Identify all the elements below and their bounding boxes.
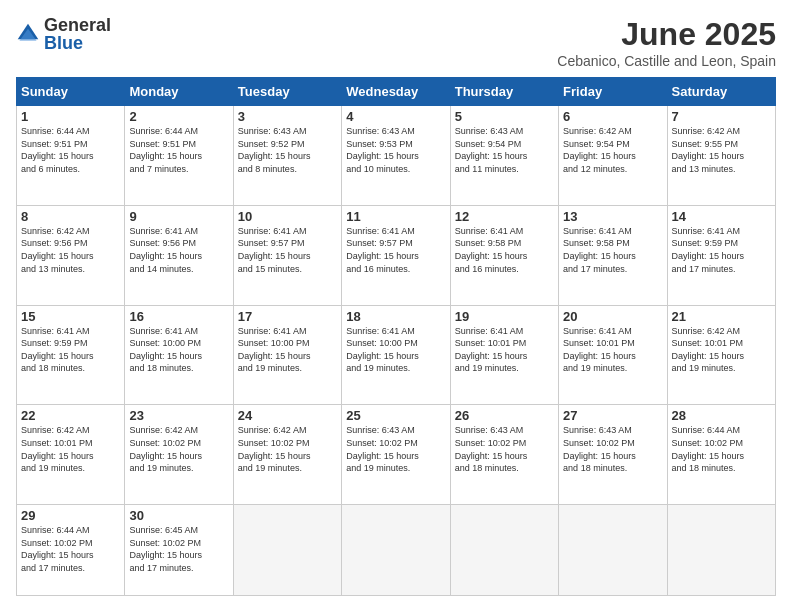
day-number: 9 xyxy=(129,209,228,224)
day-number: 7 xyxy=(672,109,771,124)
month-title: June 2025 xyxy=(557,16,776,53)
calendar-cell: 10Sunrise: 6:41 AM Sunset: 9:57 PM Dayli… xyxy=(233,205,341,305)
weekday-header-row: SundayMondayTuesdayWednesdayThursdayFrid… xyxy=(17,78,776,106)
week-row-4: 22Sunrise: 6:42 AM Sunset: 10:01 PM Dayl… xyxy=(17,405,776,505)
location: Cebanico, Castille and Leon, Spain xyxy=(557,53,776,69)
calendar-cell: 24Sunrise: 6:42 AM Sunset: 10:02 PM Dayl… xyxy=(233,405,341,505)
day-number: 30 xyxy=(129,508,228,523)
day-number: 14 xyxy=(672,209,771,224)
day-info: Sunrise: 6:41 AM Sunset: 10:00 PM Daylig… xyxy=(129,325,228,375)
title-block: June 2025 Cebanico, Castille and Leon, S… xyxy=(557,16,776,69)
day-info: Sunrise: 6:44 AM Sunset: 9:51 PM Dayligh… xyxy=(129,125,228,175)
calendar-cell: 28Sunrise: 6:44 AM Sunset: 10:02 PM Dayl… xyxy=(667,405,775,505)
calendar-cell: 2Sunrise: 6:44 AM Sunset: 9:51 PM Daylig… xyxy=(125,106,233,206)
day-number: 24 xyxy=(238,408,337,423)
week-row-3: 15Sunrise: 6:41 AM Sunset: 9:59 PM Dayli… xyxy=(17,305,776,405)
day-info: Sunrise: 6:42 AM Sunset: 10:01 PM Daylig… xyxy=(21,424,120,474)
calendar-cell: 26Sunrise: 6:43 AM Sunset: 10:02 PM Dayl… xyxy=(450,405,558,505)
calendar-cell: 7Sunrise: 6:42 AM Sunset: 9:55 PM Daylig… xyxy=(667,106,775,206)
day-number: 16 xyxy=(129,309,228,324)
calendar-cell: 17Sunrise: 6:41 AM Sunset: 10:00 PM Dayl… xyxy=(233,305,341,405)
logo-general: General xyxy=(44,16,111,34)
day-number: 11 xyxy=(346,209,445,224)
day-info: Sunrise: 6:43 AM Sunset: 9:53 PM Dayligh… xyxy=(346,125,445,175)
day-number: 28 xyxy=(672,408,771,423)
calendar-cell: 20Sunrise: 6:41 AM Sunset: 10:01 PM Dayl… xyxy=(559,305,667,405)
calendar-table: SundayMondayTuesdayWednesdayThursdayFrid… xyxy=(16,77,776,596)
week-row-5: 29Sunrise: 6:44 AM Sunset: 10:02 PM Dayl… xyxy=(17,505,776,596)
day-number: 25 xyxy=(346,408,445,423)
day-number: 13 xyxy=(563,209,662,224)
weekday-header-monday: Monday xyxy=(125,78,233,106)
day-info: Sunrise: 6:44 AM Sunset: 10:02 PM Daylig… xyxy=(21,524,120,574)
day-number: 22 xyxy=(21,408,120,423)
calendar-cell: 19Sunrise: 6:41 AM Sunset: 10:01 PM Dayl… xyxy=(450,305,558,405)
day-number: 1 xyxy=(21,109,120,124)
calendar-cell: 25Sunrise: 6:43 AM Sunset: 10:02 PM Dayl… xyxy=(342,405,450,505)
calendar-cell xyxy=(559,505,667,596)
calendar-cell: 21Sunrise: 6:42 AM Sunset: 10:01 PM Dayl… xyxy=(667,305,775,405)
page: General Blue June 2025 Cebanico, Castill… xyxy=(0,0,792,612)
day-info: Sunrise: 6:42 AM Sunset: 10:01 PM Daylig… xyxy=(672,325,771,375)
calendar-cell: 12Sunrise: 6:41 AM Sunset: 9:58 PM Dayli… xyxy=(450,205,558,305)
day-info: Sunrise: 6:43 AM Sunset: 10:02 PM Daylig… xyxy=(346,424,445,474)
calendar-cell: 16Sunrise: 6:41 AM Sunset: 10:00 PM Dayl… xyxy=(125,305,233,405)
calendar-cell: 23Sunrise: 6:42 AM Sunset: 10:02 PM Dayl… xyxy=(125,405,233,505)
calendar-cell xyxy=(342,505,450,596)
logo-text: General Blue xyxy=(44,16,111,52)
calendar-cell xyxy=(450,505,558,596)
header: General Blue June 2025 Cebanico, Castill… xyxy=(16,16,776,69)
day-info: Sunrise: 6:41 AM Sunset: 9:56 PM Dayligh… xyxy=(129,225,228,275)
calendar-cell: 27Sunrise: 6:43 AM Sunset: 10:02 PM Dayl… xyxy=(559,405,667,505)
day-info: Sunrise: 6:41 AM Sunset: 9:58 PM Dayligh… xyxy=(455,225,554,275)
day-number: 4 xyxy=(346,109,445,124)
day-info: Sunrise: 6:42 AM Sunset: 10:02 PM Daylig… xyxy=(129,424,228,474)
weekday-header-saturday: Saturday xyxy=(667,78,775,106)
day-info: Sunrise: 6:41 AM Sunset: 10:00 PM Daylig… xyxy=(346,325,445,375)
day-info: Sunrise: 6:41 AM Sunset: 9:57 PM Dayligh… xyxy=(346,225,445,275)
calendar-cell: 13Sunrise: 6:41 AM Sunset: 9:58 PM Dayli… xyxy=(559,205,667,305)
day-info: Sunrise: 6:41 AM Sunset: 10:01 PM Daylig… xyxy=(455,325,554,375)
day-info: Sunrise: 6:41 AM Sunset: 9:59 PM Dayligh… xyxy=(672,225,771,275)
calendar-cell: 5Sunrise: 6:43 AM Sunset: 9:54 PM Daylig… xyxy=(450,106,558,206)
day-number: 15 xyxy=(21,309,120,324)
calendar-cell: 6Sunrise: 6:42 AM Sunset: 9:54 PM Daylig… xyxy=(559,106,667,206)
day-info: Sunrise: 6:41 AM Sunset: 9:57 PM Dayligh… xyxy=(238,225,337,275)
calendar-cell: 3Sunrise: 6:43 AM Sunset: 9:52 PM Daylig… xyxy=(233,106,341,206)
calendar-cell: 30Sunrise: 6:45 AM Sunset: 10:02 PM Dayl… xyxy=(125,505,233,596)
calendar-cell: 14Sunrise: 6:41 AM Sunset: 9:59 PM Dayli… xyxy=(667,205,775,305)
day-number: 23 xyxy=(129,408,228,423)
day-number: 19 xyxy=(455,309,554,324)
weekday-header-thursday: Thursday xyxy=(450,78,558,106)
day-info: Sunrise: 6:44 AM Sunset: 10:02 PM Daylig… xyxy=(672,424,771,474)
day-info: Sunrise: 6:41 AM Sunset: 9:59 PM Dayligh… xyxy=(21,325,120,375)
day-number: 27 xyxy=(563,408,662,423)
logo-blue: Blue xyxy=(44,34,111,52)
calendar-cell: 29Sunrise: 6:44 AM Sunset: 10:02 PM Dayl… xyxy=(17,505,125,596)
day-info: Sunrise: 6:42 AM Sunset: 9:56 PM Dayligh… xyxy=(21,225,120,275)
calendar-cell: 1Sunrise: 6:44 AM Sunset: 9:51 PM Daylig… xyxy=(17,106,125,206)
day-info: Sunrise: 6:42 AM Sunset: 10:02 PM Daylig… xyxy=(238,424,337,474)
day-number: 5 xyxy=(455,109,554,124)
weekday-header-sunday: Sunday xyxy=(17,78,125,106)
day-number: 12 xyxy=(455,209,554,224)
day-number: 17 xyxy=(238,309,337,324)
day-number: 10 xyxy=(238,209,337,224)
weekday-header-wednesday: Wednesday xyxy=(342,78,450,106)
calendar-cell: 18Sunrise: 6:41 AM Sunset: 10:00 PM Dayl… xyxy=(342,305,450,405)
day-info: Sunrise: 6:45 AM Sunset: 10:02 PM Daylig… xyxy=(129,524,228,574)
day-number: 3 xyxy=(238,109,337,124)
day-info: Sunrise: 6:43 AM Sunset: 9:54 PM Dayligh… xyxy=(455,125,554,175)
day-number: 26 xyxy=(455,408,554,423)
day-info: Sunrise: 6:43 AM Sunset: 9:52 PM Dayligh… xyxy=(238,125,337,175)
calendar-cell: 8Sunrise: 6:42 AM Sunset: 9:56 PM Daylig… xyxy=(17,205,125,305)
logo-icon xyxy=(16,22,40,46)
calendar-cell: 9Sunrise: 6:41 AM Sunset: 9:56 PM Daylig… xyxy=(125,205,233,305)
day-number: 29 xyxy=(21,508,120,523)
week-row-1: 1Sunrise: 6:44 AM Sunset: 9:51 PM Daylig… xyxy=(17,106,776,206)
day-number: 21 xyxy=(672,309,771,324)
calendar-cell: 4Sunrise: 6:43 AM Sunset: 9:53 PM Daylig… xyxy=(342,106,450,206)
day-info: Sunrise: 6:42 AM Sunset: 9:54 PM Dayligh… xyxy=(563,125,662,175)
calendar-cell: 15Sunrise: 6:41 AM Sunset: 9:59 PM Dayli… xyxy=(17,305,125,405)
calendar-cell xyxy=(233,505,341,596)
